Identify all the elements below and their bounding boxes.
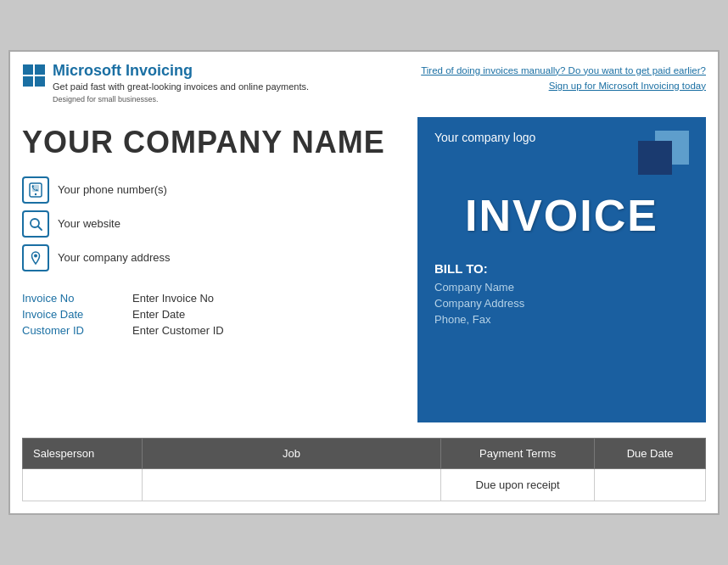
table-body: Due upon receipt [23, 469, 706, 501]
company-name-heading: YOUR COMPANY NAME [22, 126, 404, 159]
address-icon-box [22, 244, 49, 271]
invoice-meta: Invoice No Enter Invoice No Invoice Date… [22, 292, 404, 337]
cell-salesperson [23, 469, 143, 501]
invoice-page: Microsoft Invoicing Get paid fast with g… [8, 50, 720, 516]
table-row: Due upon receipt [23, 469, 706, 501]
invoice-table: Salesperson Job Payment Terms Due Date D… [22, 438, 706, 501]
right-panel: Your company logo INVOICE BILL TO: Compa… [417, 117, 706, 422]
website-icon-box [22, 210, 49, 238]
header: Microsoft Invoicing Get paid fast with g… [22, 62, 706, 106]
logo-square-front [638, 141, 672, 175]
table-header-row: Salesperson Job Payment Terms Due Date [23, 439, 706, 469]
main-content: YOUR COMPANY NAME Your phone number(s) [22, 117, 706, 422]
invoice-date-label: Invoice Date [22, 308, 107, 321]
invoice-no-value: Enter Invoice No [132, 292, 214, 305]
invoice-date-row: Invoice Date Enter Date [22, 308, 404, 321]
website-item: Your website [22, 210, 404, 238]
ms-logo-icon [22, 64, 46, 87]
left-panel: YOUR COMPANY NAME Your phone number(s) [22, 117, 404, 337]
col-salesperson: Salesperson [23, 439, 143, 469]
invoice-no-label: Invoice No [22, 292, 107, 305]
cell-job [142, 469, 440, 501]
col-job: Job [142, 439, 440, 469]
logo-row: Your company logo [434, 131, 689, 175]
svg-point-5 [35, 193, 36, 195]
bill-to-company-address: Company Address [434, 297, 689, 310]
col-payment-terms: Payment Terms [441, 439, 595, 469]
phone-icon-box [22, 176, 49, 204]
bill-to-phone-fax: Phone, Fax [434, 313, 689, 326]
phone-icon [28, 182, 43, 198]
customer-id-value: Enter Customer ID [132, 324, 224, 337]
header-text: Microsoft Invoicing Get paid fast with g… [53, 62, 309, 106]
cell-due-date [595, 469, 706, 501]
phone-label: Your phone number(s) [58, 183, 167, 196]
location-icon [28, 250, 43, 266]
svg-line-8 [38, 227, 42, 230]
bill-to-label: BILL TO: [434, 261, 689, 276]
header-left: Microsoft Invoicing Get paid fast with g… [22, 62, 309, 106]
website-label: Your website [58, 217, 120, 230]
customer-id-label: Customer ID [22, 324, 107, 337]
bill-to-company-name: Company Name [434, 281, 689, 294]
customer-id-row: Customer ID Enter Customer ID [22, 324, 404, 337]
address-label: Your company address [58, 251, 171, 264]
invoice-big-title: INVOICE [434, 190, 689, 241]
company-logo-placeholder [638, 131, 689, 175]
promo-link[interactable]: Tired of doing invoices manually? Do you… [421, 65, 706, 91]
svg-rect-2 [23, 76, 33, 87]
address-item: Your company address [22, 244, 404, 271]
col-due-date: Due Date [595, 439, 706, 469]
table-header: Salesperson Job Payment Terms Due Date [23, 439, 706, 469]
search-icon [28, 216, 43, 232]
cell-payment-terms: Due upon receipt [441, 469, 595, 501]
promo-area: Tired of doing invoices manually? Do you… [417, 62, 706, 92]
phone-item: Your phone number(s) [22, 176, 404, 204]
logo-text: Your company logo [434, 131, 535, 144]
app-title: Microsoft Invoicing [53, 62, 309, 81]
contact-items: Your phone number(s) Your website [22, 176, 404, 271]
svg-rect-3 [35, 76, 45, 87]
app-subtitle: Get paid fast with great-looking invoice… [53, 80, 309, 105]
svg-point-9 [34, 254, 37, 257]
svg-rect-0 [23, 64, 33, 75]
svg-rect-1 [35, 64, 45, 75]
table-section: Salesperson Job Payment Terms Due Date D… [22, 438, 706, 501]
invoice-no-row: Invoice No Enter Invoice No [22, 292, 404, 305]
invoice-date-value: Enter Date [132, 308, 185, 321]
